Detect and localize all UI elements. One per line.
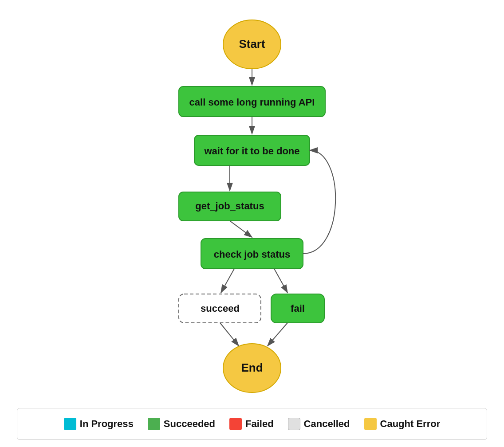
legend-swatch-in-progress (64, 418, 76, 430)
legend-in-progress: In Progress (64, 418, 134, 430)
legend-succeeded: Succeeded (148, 418, 215, 430)
legend-swatch-succeeded (148, 418, 160, 430)
call-api-label: call some long running API (189, 97, 315, 108)
checkjob-label: check job status (214, 249, 290, 260)
legend-swatch-failed (229, 418, 242, 430)
legend-cancelled: Cancelled (288, 418, 350, 430)
legend-swatch-caught-error (364, 418, 377, 430)
succeed-label: succeed (201, 303, 240, 314)
arrow-getjob-checkjob (230, 221, 252, 237)
arrow-checkjob-fail (274, 269, 287, 293)
legend-label-caught-error: Caught Error (380, 418, 441, 430)
legend-caught-error: Caught Error (364, 418, 441, 430)
wait-label: wait for it to be done (204, 145, 299, 157)
getjob-label: get_job_status (195, 200, 264, 212)
arrow-fail-end (268, 323, 287, 346)
diagram-container: Start call some long running API wait fo… (0, 0, 504, 408)
arrow-succeed-end (220, 323, 239, 346)
fail-label: fail (291, 303, 305, 314)
flowchart-svg: Start call some long running API wait fo… (97, 9, 407, 399)
legend-swatch-cancelled (288, 418, 300, 430)
arrow-checkjob-succeed (221, 269, 234, 293)
legend-label-failed: Failed (245, 418, 274, 430)
legend-container: In Progress Succeeded Failed Cancelled C… (17, 408, 487, 440)
legend-label-succeeded: Succeeded (164, 418, 215, 430)
legend-failed: Failed (229, 418, 274, 430)
start-label: Start (239, 37, 265, 51)
arrow-loop-back (303, 150, 335, 254)
legend-label-in-progress: In Progress (80, 418, 134, 430)
legend-label-cancelled: Cancelled (304, 418, 350, 430)
end-label: End (241, 361, 263, 374)
